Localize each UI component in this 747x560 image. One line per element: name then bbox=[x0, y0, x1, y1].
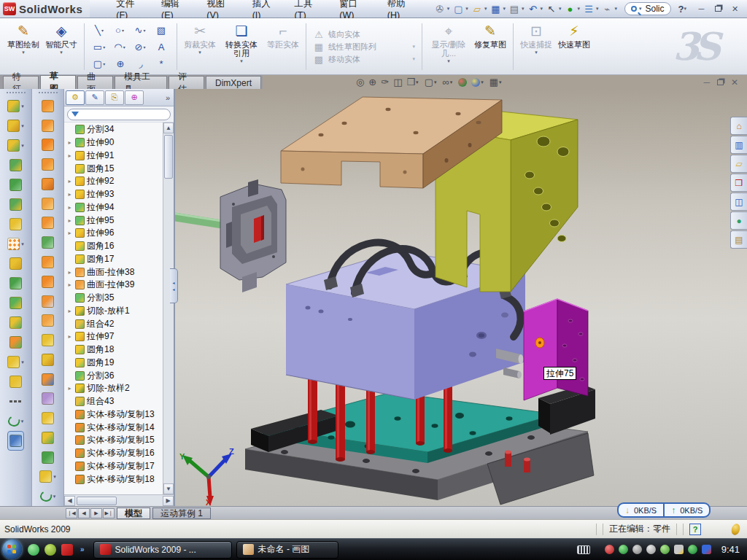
chevron-down-icon[interactable]: ▾ bbox=[540, 6, 543, 12]
expand-arrow-icon[interactable]: ▸ bbox=[66, 269, 73, 276]
tree-item[interactable]: 实体-移动/复制18 bbox=[64, 472, 163, 486]
tab-DimXpert[interactable]: DimXpert bbox=[206, 76, 261, 89]
tree-item[interactable]: ▸拉伸97 bbox=[64, 330, 163, 343]
tab-模具工具[interactable]: 模具工具 bbox=[115, 76, 167, 89]
chevron-down-icon[interactable]: ▾ bbox=[484, 6, 487, 12]
surface-tool-icon[interactable] bbox=[42, 155, 54, 174]
tree-item[interactable]: 实体-移动/复制13 bbox=[64, 408, 163, 421]
tree-item[interactable]: ▸切除-放样1 bbox=[64, 305, 163, 318]
security-plus-icon[interactable] bbox=[688, 545, 697, 554]
tree-item[interactable]: ▸拉伸93 bbox=[64, 188, 163, 201]
doc-minimize-button[interactable]: ─ bbox=[703, 77, 710, 88]
taskbar-window-button[interactable]: SolidWorks 2009 - ... bbox=[93, 541, 232, 559]
slot-icon[interactable]: ▢▾ bbox=[90, 55, 110, 72]
expand-arrow-icon[interactable]: ▸ bbox=[66, 178, 73, 184]
section-view-icon[interactable]: ◫ bbox=[393, 77, 402, 88]
tree-item[interactable]: 组合42 bbox=[64, 317, 163, 330]
feature-tool-icon[interactable] bbox=[9, 332, 22, 352]
tree-horizontal-scrollbar[interactable]: ◀ ▶ bbox=[64, 494, 174, 506]
prev-tab-icon[interactable]: ◀ bbox=[78, 508, 90, 518]
magnify-icon[interactable]: ✑ bbox=[381, 77, 389, 88]
circle-icon[interactable]: ○▾ bbox=[110, 22, 131, 39]
undo-icon[interactable]: ↶ bbox=[526, 2, 539, 15]
tree-item[interactable]: 实体-移动/复制14 bbox=[64, 421, 163, 434]
tree-item[interactable]: ▸曲面-拉伸38 bbox=[64, 265, 163, 279]
surface-tool-icon[interactable] bbox=[42, 350, 54, 370]
expand-arrow-icon[interactable]: ▸ bbox=[66, 217, 73, 224]
sync-status-icon[interactable] bbox=[702, 545, 711, 554]
view-settings-icon[interactable]: ▦▾ bbox=[489, 77, 503, 88]
status-help-icon[interactable]: ? bbox=[689, 524, 701, 535]
xbox-icon[interactable] bbox=[44, 544, 56, 556]
pin-icon[interactable]: ✇ bbox=[433, 2, 446, 15]
tree-item[interactable]: ▸切除-放样2 bbox=[64, 382, 163, 395]
rebuild-traffic-light-icon[interactable]: ● bbox=[563, 2, 576, 15]
antivirus-shield-icon[interactable] bbox=[605, 545, 614, 554]
close-button[interactable]: ✕ bbox=[729, 4, 741, 15]
toolbox-tab[interactable]: ❒ bbox=[730, 174, 747, 192]
start-button[interactable] bbox=[2, 540, 22, 559]
surface-tool-icon[interactable] bbox=[42, 370, 54, 389]
mirror-entities-button[interactable]: ⚠ 镜向实体 bbox=[313, 29, 415, 40]
feature-tool-icon[interactable]: ▾ bbox=[7, 352, 24, 372]
surface-tool-icon[interactable] bbox=[42, 136, 54, 155]
last-tab-icon[interactable]: ▶❘ bbox=[103, 508, 115, 518]
feature-tool-icon[interactable]: ▾ bbox=[7, 96, 24, 116]
tree-item[interactable]: ▸拉伸92 bbox=[64, 175, 163, 188]
surface-tool-icon[interactable] bbox=[42, 214, 54, 233]
file-explorer-tab[interactable]: ◫ bbox=[730, 192, 747, 211]
surface-tool-icon[interactable] bbox=[42, 330, 54, 350]
display-delete-relations-button[interactable]: ⌖ 显示/删除几... ▾ bbox=[426, 20, 471, 73]
display-style-icon[interactable]: ▢▾ bbox=[425, 77, 438, 88]
save-icon[interactable]: ▦ bbox=[489, 2, 502, 15]
panel-collapse-handle[interactable]: ◂◂ bbox=[170, 268, 178, 303]
tree-item[interactable]: 圆角18 bbox=[64, 343, 163, 357]
hide-show-items-icon[interactable]: ∞▾ bbox=[442, 77, 454, 88]
expand-arrow-icon[interactable]: ▸ bbox=[66, 281, 73, 288]
tree-item[interactable]: ▸拉伸96 bbox=[64, 227, 163, 240]
chevron-down-icon[interactable]: ▾ bbox=[559, 6, 562, 12]
repair-sketch-button[interactable]: ✎ 修复草图 bbox=[471, 20, 509, 73]
run-icon[interactable]: ⌁ bbox=[600, 2, 614, 15]
tab-草图[interactable]: 草图 bbox=[40, 75, 76, 89]
tab-运动算例 1[interactable]: 运动算例 1 bbox=[152, 508, 211, 519]
doc-close-button[interactable]: ✕ bbox=[731, 77, 738, 88]
sketch-tool-active-icon[interactable] bbox=[7, 431, 24, 451]
first-tab-icon[interactable]: ❘◀ bbox=[66, 508, 77, 518]
feature-tool-icon[interactable] bbox=[9, 293, 22, 313]
tree-item[interactable]: 实体-移动/复制16 bbox=[64, 447, 163, 460]
appearance-icon[interactable] bbox=[458, 78, 467, 87]
surface-tool-icon[interactable] bbox=[42, 174, 54, 194]
surface-tool-icon[interactable] bbox=[42, 116, 54, 136]
tree-item[interactable]: 分割34 bbox=[64, 123, 163, 136]
solidworks-icon[interactable] bbox=[61, 544, 73, 556]
propertymanager-tab[interactable]: ✎ bbox=[85, 90, 104, 105]
feature-tool-icon[interactable] bbox=[9, 155, 22, 175]
tree-item[interactable]: ▸曲面-拉伸39 bbox=[64, 279, 163, 292]
expand-arrow-icon[interactable]: ▸ bbox=[66, 333, 73, 340]
surface-tool-icon[interactable] bbox=[42, 96, 54, 116]
surface-tool-icon[interactable]: ▾ bbox=[39, 467, 56, 487]
zoom-fit-icon[interactable]: ◎ bbox=[356, 77, 364, 88]
surface-tool-icon[interactable] bbox=[42, 233, 54, 252]
scene-icon[interactable]: ▾ bbox=[471, 78, 485, 87]
offset-entities-button[interactable]: ⌐ 等距实体 bbox=[264, 20, 302, 73]
green-shield-icon[interactable] bbox=[619, 545, 628, 554]
arc-icon[interactable]: ◠▾ bbox=[110, 39, 131, 55]
surface-tool-icon[interactable] bbox=[42, 428, 54, 448]
scroll-left-icon[interactable]: ◀ bbox=[64, 496, 75, 506]
scrollbar-thumb[interactable] bbox=[77, 497, 117, 505]
feature-tool-icon[interactable]: ▾ bbox=[7, 136, 24, 155]
surface-tool-icon[interactable] bbox=[42, 194, 54, 214]
home-tab[interactable]: ⌂ bbox=[730, 117, 747, 135]
feature-tool-icon[interactable] bbox=[9, 214, 22, 234]
search-input[interactable]: Solic bbox=[646, 4, 665, 14]
tab-评估[interactable]: 评估 bbox=[169, 76, 204, 89]
sketch-fillet-icon[interactable]: ◞ bbox=[131, 55, 151, 72]
feature-tool-icon[interactable] bbox=[9, 372, 22, 392]
chevron-down-icon[interactable]: ▾ bbox=[614, 6, 617, 12]
volume-icon[interactable] bbox=[646, 545, 656, 554]
chevron-down-icon[interactable]: ▾ bbox=[447, 6, 450, 12]
messenger-icon[interactable] bbox=[28, 544, 39, 556]
surface-tool-icon[interactable] bbox=[42, 292, 54, 311]
